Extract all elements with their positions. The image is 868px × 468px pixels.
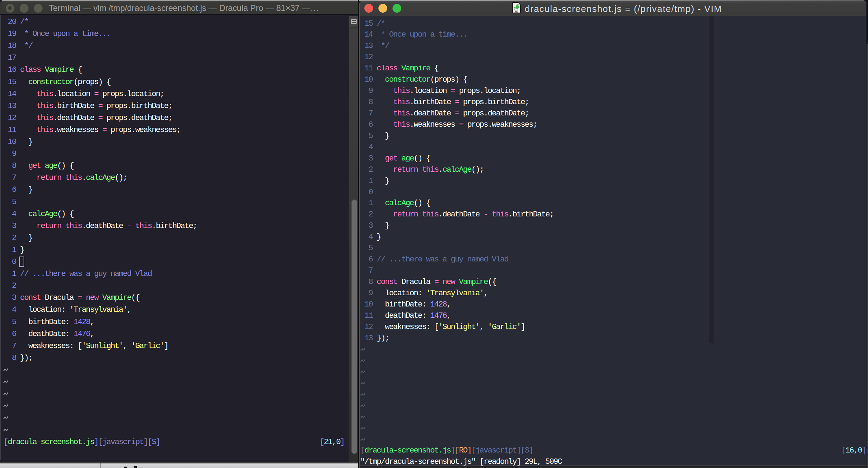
svg-text:JS: JS [514, 10, 518, 13]
